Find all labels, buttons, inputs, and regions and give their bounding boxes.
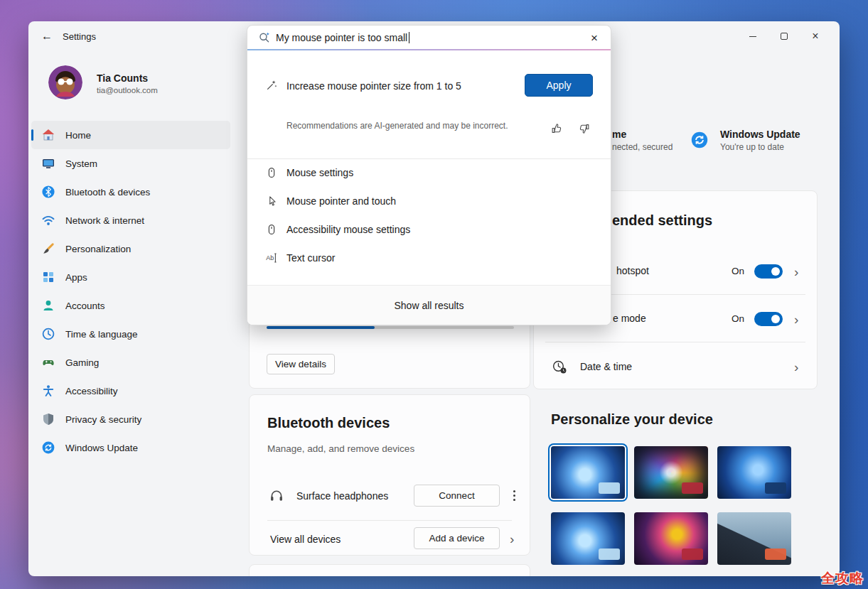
sidebar-item-accounts[interactable]: Accounts <box>31 291 230 320</box>
ai-sparkle-icon <box>265 79 278 94</box>
show-all-results-button[interactable]: Show all results <box>247 285 611 325</box>
search-input[interactable]: My mouse pointer is too small <box>276 26 409 50</box>
avatar[interactable] <box>48 65 82 99</box>
search-result-label: Text cursor <box>286 244 335 272</box>
watermark: 全攻略 <box>821 569 864 588</box>
sidebar-item-home[interactable]: Home <box>31 121 230 149</box>
sidebar-item-privacy-security[interactable]: Privacy & security <box>31 405 230 433</box>
theme-thumbnail[interactable] <box>634 446 708 499</box>
search-query-text: My mouse pointer is too small <box>276 32 407 43</box>
minimize-button[interactable] <box>737 24 768 48</box>
settings-window: ← Settings × Tia Counts tia@outlook.com <box>28 21 840 576</box>
ai-recommendation-text: Increase mouse pointer size from 1 to 5 <box>286 80 461 92</box>
thumbs-up-icon <box>550 122 563 135</box>
theme-thumbnail[interactable] <box>717 446 791 499</box>
thumbs-down-button[interactable] <box>574 119 594 139</box>
close-button[interactable]: × <box>800 24 831 48</box>
date-time-icon <box>552 359 567 374</box>
sidebar-item-label: Gaming <box>65 357 99 368</box>
device-menu-button[interactable] <box>510 489 518 502</box>
search-result-text-cursor[interactable]: Ab Text cursor <box>247 244 611 272</box>
sidebar-item-personalization[interactable]: Personalization <box>31 234 230 263</box>
search-input-row[interactable]: My mouse pointer is too small × <box>247 26 611 50</box>
sidebar-item-label: Network & internet <box>65 215 144 226</box>
home-icon <box>41 128 55 142</box>
search-result-label: Accessibility mouse settings <box>286 215 410 244</box>
network-name-partial: me <box>612 129 626 140</box>
sidebar-item-time-language[interactable]: Time & language <box>31 320 230 348</box>
sidebar-item-label: Accessibility <box>65 386 118 396</box>
theme-thumbnail[interactable] <box>551 512 625 565</box>
thumbs-down-icon <box>578 122 591 135</box>
next-card-sliver <box>249 564 530 576</box>
sidebar-nav: Home System Bluetooth & devices Network … <box>31 121 230 462</box>
theme-accent-preview <box>765 549 786 560</box>
windows-update-status-icon <box>690 131 709 149</box>
view-all-devices-link[interactable]: View all devices <box>270 534 341 545</box>
sidebar-item-label: Windows Update <box>65 443 138 453</box>
svg-text:Ab: Ab <box>266 254 274 261</box>
sidebar-item-label: Personalization <box>65 244 131 254</box>
avatar-image <box>48 65 82 99</box>
theme-thumbnail[interactable] <box>634 512 708 565</box>
ai-disclaimer: Recommendations are AI-generated and may… <box>286 121 508 131</box>
accounts-icon <box>41 298 55 313</box>
personalization-icon <box>41 242 55 256</box>
add-device-button[interactable]: Add a device <box>414 527 500 549</box>
profile-email: tia@outlook.com <box>97 86 158 94</box>
storage-usage-bar <box>267 326 514 329</box>
minimize-icon <box>749 36 756 37</box>
date-time-row[interactable]: Date & time <box>580 361 632 372</box>
thumbs-up-button[interactable] <box>547 119 567 139</box>
sidebar-item-system[interactable]: System <box>31 149 230 178</box>
sidebar-item-label: Accounts <box>65 301 105 311</box>
mouse-icon <box>265 166 278 182</box>
windows-update-status-text: You're up to date <box>720 142 784 152</box>
mode-toggle[interactable] <box>754 312 783 326</box>
search-result-mouse-settings[interactable]: Mouse settings <box>247 158 611 187</box>
personalize-heading: Personalize your device <box>551 411 713 428</box>
theme-accent-preview <box>682 482 703 494</box>
theme-thumbnail[interactable] <box>717 512 791 565</box>
chevron-right-icon[interactable]: › <box>794 360 798 374</box>
hotspot-toggle[interactable] <box>754 264 783 279</box>
window-controls: × <box>737 24 831 48</box>
sidebar-item-windows-update[interactable]: Windows Update <box>31 433 230 462</box>
bluetooth-icon <box>41 185 55 199</box>
chevron-right-icon[interactable]: › <box>510 532 514 546</box>
connect-button[interactable]: Connect <box>414 485 500 507</box>
text-cursor-icon: Ab <box>265 252 278 267</box>
time-language-icon <box>41 327 55 341</box>
search-close-button[interactable]: × <box>585 29 604 48</box>
apply-button[interactable]: Apply <box>525 74 593 97</box>
search-result-accessibility-mouse[interactable]: Accessibility mouse settings <box>247 215 611 244</box>
sidebar-item-gaming[interactable]: Gaming <box>31 348 230 377</box>
gaming-icon <box>41 355 55 369</box>
chevron-right-icon[interactable]: › <box>794 265 798 279</box>
maximize-button[interactable] <box>768 24 800 48</box>
sidebar-item-label: Time & language <box>65 329 138 340</box>
search-flyout: My mouse pointer is too small × Increase… <box>247 25 611 325</box>
chevron-right-icon[interactable]: › <box>794 313 798 326</box>
bluetooth-card: Bluetooth devices Manage, add, and remov… <box>249 394 530 556</box>
window-title: Settings <box>63 31 96 42</box>
view-details-button[interactable]: View details <box>267 354 335 374</box>
back-button[interactable]: ← <box>36 26 58 46</box>
row-divider <box>545 342 805 342</box>
mode-label-partial: e mode <box>613 313 646 324</box>
apps-icon <box>41 270 55 284</box>
touch-pointer-icon <box>265 195 278 210</box>
sidebar-item-bluetooth-devices[interactable]: Bluetooth & devices <box>31 178 230 206</box>
theme-thumbnail[interactable] <box>551 446 625 499</box>
sidebar-item-accessibility[interactable]: Accessibility <box>31 377 230 405</box>
privacy-icon <box>41 412 55 426</box>
bluetooth-card-divider <box>267 520 512 521</box>
sidebar-item-apps[interactable]: Apps <box>31 263 230 291</box>
text-caret <box>409 32 409 43</box>
search-result-mouse-pointer-touch[interactable]: Mouse pointer and touch <box>247 187 611 215</box>
sidebar-item-label: System <box>65 158 97 169</box>
search-result-label: Mouse pointer and touch <box>286 187 396 215</box>
windows-update-icon <box>41 441 55 455</box>
kebab-icon <box>513 495 515 497</box>
sidebar-item-network-internet[interactable]: Network & internet <box>31 206 230 234</box>
